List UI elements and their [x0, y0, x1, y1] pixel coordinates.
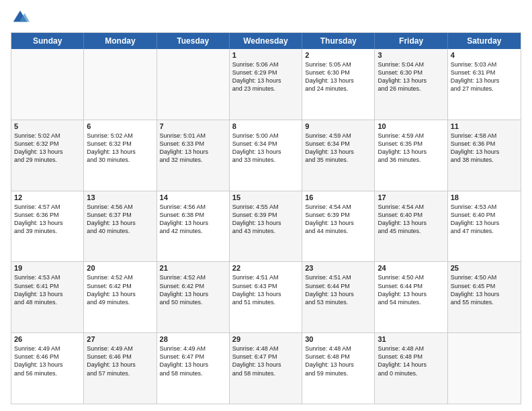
day-cell: 30Sunrise: 4:48 AM Sunset: 6:48 PM Dayli…	[302, 333, 375, 404]
day-info: Sunrise: 4:49 AM Sunset: 6:46 PM Dayligh…	[87, 345, 153, 377]
week-row: 26Sunrise: 4:49 AM Sunset: 6:46 PM Dayli…	[11, 333, 521, 404]
day-info: Sunrise: 4:48 AM Sunset: 6:47 PM Dayligh…	[232, 345, 299, 377]
day-number: 6	[87, 122, 153, 130]
day-number: 17	[378, 193, 444, 201]
day-info: Sunrise: 5:02 AM Sunset: 6:32 PM Dayligh…	[14, 132, 81, 165]
week-row: 1Sunrise: 5:06 AM Sunset: 6:29 PM Daylig…	[11, 49, 521, 120]
day-number: 22	[232, 264, 299, 272]
day-cell: 23Sunrise: 4:51 AM Sunset: 6:44 PM Dayli…	[302, 262, 375, 332]
day-info: Sunrise: 5:06 AM Sunset: 6:29 PM Dayligh…	[232, 60, 299, 93]
day-cell: 9Sunrise: 4:59 AM Sunset: 6:34 PM Daylig…	[302, 120, 375, 191]
day-number: 25	[451, 264, 518, 272]
day-cell: 10Sunrise: 4:59 AM Sunset: 6:35 PM Dayli…	[375, 120, 447, 191]
day-number: 9	[305, 122, 371, 130]
week-row: 5Sunrise: 5:02 AM Sunset: 6:32 PM Daylig…	[11, 120, 521, 191]
day-number: 7	[160, 122, 226, 130]
day-number: 19	[14, 264, 81, 272]
day-cell	[157, 49, 230, 120]
day-number: 23	[305, 264, 371, 272]
day-cell: 18Sunrise: 4:53 AM Sunset: 6:40 PM Dayli…	[448, 191, 521, 262]
day-number: 11	[451, 122, 518, 130]
day-number: 29	[232, 335, 299, 343]
logo	[11, 8, 32, 27]
day-number: 30	[305, 335, 371, 343]
day-cell: 25Sunrise: 4:50 AM Sunset: 6:45 PM Dayli…	[448, 262, 521, 332]
day-number: 16	[305, 193, 371, 201]
day-info: Sunrise: 4:56 AM Sunset: 6:38 PM Dayligh…	[160, 203, 226, 236]
day-number: 24	[378, 264, 444, 272]
day-info: Sunrise: 4:55 AM Sunset: 6:39 PM Dayligh…	[232, 203, 299, 236]
day-number: 4	[451, 51, 518, 59]
day-cell: 4Sunrise: 5:03 AM Sunset: 6:31 PM Daylig…	[448, 49, 521, 120]
day-info: Sunrise: 4:54 AM Sunset: 6:40 PM Dayligh…	[378, 203, 444, 236]
day-cell: 22Sunrise: 4:51 AM Sunset: 6:43 PM Dayli…	[230, 262, 302, 332]
day-cell: 27Sunrise: 4:49 AM Sunset: 6:46 PM Dayli…	[84, 333, 157, 404]
day-cell: 7Sunrise: 5:01 AM Sunset: 6:33 PM Daylig…	[157, 120, 230, 191]
day-info: Sunrise: 4:54 AM Sunset: 6:39 PM Dayligh…	[305, 203, 371, 236]
day-info: Sunrise: 4:59 AM Sunset: 6:35 PM Dayligh…	[378, 132, 444, 165]
day-cell: 5Sunrise: 5:02 AM Sunset: 6:32 PM Daylig…	[11, 120, 84, 191]
day-info: Sunrise: 5:00 AM Sunset: 6:34 PM Dayligh…	[232, 132, 299, 165]
day-number: 3	[378, 51, 444, 59]
day-info: Sunrise: 4:50 AM Sunset: 6:44 PM Dayligh…	[378, 273, 444, 306]
day-cell: 26Sunrise: 4:49 AM Sunset: 6:46 PM Dayli…	[11, 333, 84, 404]
day-number: 18	[451, 193, 518, 201]
day-cell: 28Sunrise: 4:49 AM Sunset: 6:47 PM Dayli…	[157, 333, 230, 404]
calendar: SundayMondayTuesdayWednesdayThursdayFrid…	[11, 32, 521, 404]
day-info: Sunrise: 4:52 AM Sunset: 6:42 PM Dayligh…	[87, 273, 153, 306]
day-cell: 1Sunrise: 5:06 AM Sunset: 6:29 PM Daylig…	[230, 49, 302, 120]
day-number: 15	[232, 193, 299, 201]
week-row: 12Sunrise: 4:57 AM Sunset: 6:36 PM Dayli…	[11, 191, 521, 263]
day-number: 27	[87, 335, 153, 343]
day-cell	[448, 333, 521, 404]
day-info: Sunrise: 4:57 AM Sunset: 6:36 PM Dayligh…	[14, 203, 81, 236]
page: SundayMondayTuesdayWednesdayThursdayFrid…	[0, 0, 532, 411]
day-cell: 12Sunrise: 4:57 AM Sunset: 6:36 PM Dayli…	[11, 191, 84, 262]
week-row: 19Sunrise: 4:53 AM Sunset: 6:41 PM Dayli…	[11, 262, 521, 333]
day-info: Sunrise: 5:01 AM Sunset: 6:33 PM Dayligh…	[160, 132, 226, 165]
day-cell: 14Sunrise: 4:56 AM Sunset: 6:38 PM Dayli…	[157, 191, 230, 262]
day-cell: 16Sunrise: 4:54 AM Sunset: 6:39 PM Dayli…	[302, 191, 375, 262]
day-cell	[11, 49, 84, 120]
day-header-sunday: Sunday	[11, 33, 84, 49]
day-info: Sunrise: 4:58 AM Sunset: 6:36 PM Dayligh…	[451, 132, 518, 165]
day-number: 12	[14, 193, 81, 201]
day-info: Sunrise: 5:05 AM Sunset: 6:30 PM Dayligh…	[305, 60, 371, 93]
day-header-saturday: Saturday	[448, 33, 521, 49]
day-number: 2	[305, 51, 371, 59]
day-info: Sunrise: 5:03 AM Sunset: 6:31 PM Dayligh…	[451, 60, 518, 93]
day-number: 21	[160, 264, 226, 272]
day-cell: 3Sunrise: 5:04 AM Sunset: 6:30 PM Daylig…	[375, 49, 447, 120]
day-number: 20	[87, 264, 153, 272]
day-number: 1	[232, 51, 299, 59]
day-cell: 24Sunrise: 4:50 AM Sunset: 6:44 PM Dayli…	[375, 262, 447, 332]
day-cell: 20Sunrise: 4:52 AM Sunset: 6:42 PM Dayli…	[84, 262, 157, 332]
day-header-tuesday: Tuesday	[157, 33, 230, 49]
day-info: Sunrise: 4:53 AM Sunset: 6:41 PM Dayligh…	[14, 273, 81, 306]
day-cell: 8Sunrise: 5:00 AM Sunset: 6:34 PM Daylig…	[230, 120, 302, 191]
day-info: Sunrise: 4:51 AM Sunset: 6:44 PM Dayligh…	[305, 273, 371, 306]
day-headers: SundayMondayTuesdayWednesdayThursdayFrid…	[11, 33, 521, 49]
day-info: Sunrise: 4:50 AM Sunset: 6:45 PM Dayligh…	[451, 273, 518, 306]
day-info: Sunrise: 4:49 AM Sunset: 6:46 PM Dayligh…	[14, 345, 81, 377]
day-cell: 2Sunrise: 5:05 AM Sunset: 6:30 PM Daylig…	[302, 49, 375, 120]
day-header-friday: Friday	[375, 33, 447, 49]
day-cell: 21Sunrise: 4:52 AM Sunset: 6:42 PM Dayli…	[157, 262, 230, 332]
day-info: Sunrise: 4:56 AM Sunset: 6:37 PM Dayligh…	[87, 203, 153, 236]
day-number: 31	[378, 335, 444, 343]
day-cell: 13Sunrise: 4:56 AM Sunset: 6:37 PM Dayli…	[84, 191, 157, 262]
day-header-monday: Monday	[84, 33, 157, 49]
day-cell: 29Sunrise: 4:48 AM Sunset: 6:47 PM Dayli…	[230, 333, 302, 404]
day-number: 14	[160, 193, 226, 201]
day-cell: 19Sunrise: 4:53 AM Sunset: 6:41 PM Dayli…	[11, 262, 84, 332]
day-cell	[84, 49, 157, 120]
day-info: Sunrise: 4:48 AM Sunset: 6:48 PM Dayligh…	[378, 345, 444, 377]
day-info: Sunrise: 5:04 AM Sunset: 6:30 PM Dayligh…	[378, 60, 444, 93]
day-number: 10	[378, 122, 444, 130]
day-number: 28	[160, 335, 226, 343]
day-number: 8	[232, 122, 299, 130]
day-info: Sunrise: 4:59 AM Sunset: 6:34 PM Dayligh…	[305, 132, 371, 165]
day-number: 13	[87, 193, 153, 201]
day-header-wednesday: Wednesday	[230, 33, 302, 49]
header	[11, 8, 521, 27]
